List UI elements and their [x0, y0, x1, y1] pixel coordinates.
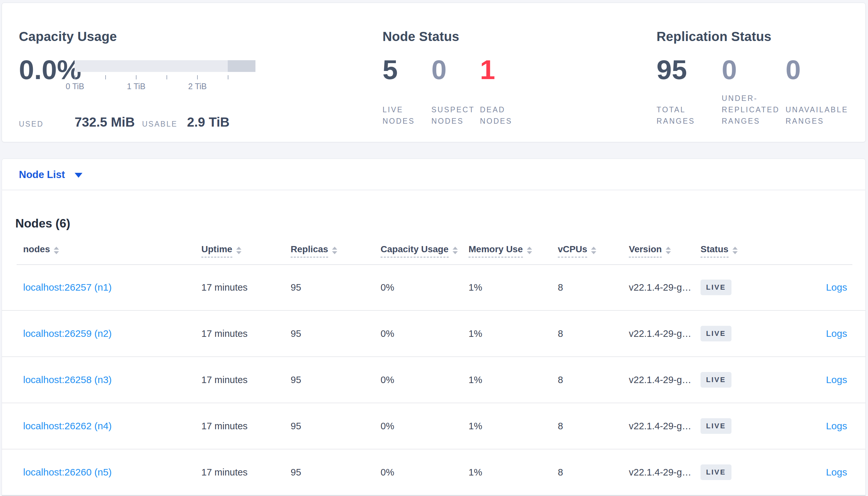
logs-link[interactable]: Logs — [826, 282, 847, 293]
gauge-tick-label: 2 TiB — [188, 82, 207, 91]
replicas-cell: 95 — [290, 375, 301, 385]
table-row: localhost:26260 (n5) 17 minutes 95 0% 1%… — [2, 449, 865, 496]
table-row: localhost:26258 (n3) 17 minutes 95 0% 1%… — [2, 357, 865, 403]
uptime-cell: 17 minutes — [201, 375, 248, 385]
sort-icon — [527, 247, 532, 254]
status-cell: LIVE — [701, 372, 732, 388]
total-ranges-label: TOTAL RANGES — [657, 104, 695, 127]
capacity-cell: 0% — [380, 375, 394, 385]
vcpus-cell: 8 — [558, 328, 563, 339]
column-header-capacity-usage[interactable]: Capacity Usage — [380, 244, 458, 258]
usable-value: 2.9 TiB — [187, 115, 229, 129]
column-header-replicas[interactable]: Replicas — [290, 244, 337, 258]
version-cell: v22.1.4-29-g… — [629, 421, 691, 432]
total-ranges-count: 95 — [657, 56, 687, 84]
status-badge: LIVE — [701, 372, 732, 388]
suspect-nodes-count: 0 — [431, 56, 447, 84]
version-cell: v22.1.4-29-g… — [629, 328, 691, 339]
memory-cell: 1% — [468, 421, 482, 432]
column-header-nodes[interactable]: nodes — [23, 244, 59, 257]
sort-icon — [591, 247, 596, 254]
status-cell: LIVE — [701, 464, 732, 480]
replication-status-title: Replication Status — [657, 29, 772, 44]
capacity-usage-title: Capacity Usage — [19, 29, 117, 44]
memory-cell: 1% — [468, 467, 482, 478]
version-cell: v22.1.4-29-g… — [629, 375, 691, 385]
gauge-tick-label: 1 TiB — [127, 82, 146, 91]
node-address-link[interactable]: localhost:26262 (n4) — [23, 420, 112, 432]
unavailable-ranges-count: 0 — [785, 56, 801, 84]
nodes-heading: Nodes (6) — [15, 217, 70, 230]
status-cell: LIVE — [701, 418, 732, 434]
gauge-tick — [136, 75, 136, 79]
column-header-version[interactable]: Version — [629, 244, 671, 258]
column-header-vcpus[interactable]: vCPUs — [558, 244, 596, 258]
uptime-cell: 17 minutes — [201, 328, 248, 339]
status-badge: LIVE — [701, 326, 732, 341]
capacity-percent-value: 0.0% — [19, 56, 81, 84]
capacity-used-usable-row: USED 732.5 MiB USABLE 2.9 TiB — [19, 115, 229, 129]
sort-icon — [732, 247, 738, 254]
replicas-cell: 95 — [290, 282, 301, 293]
memory-cell: 1% — [468, 375, 482, 385]
nodes-panel: Nodes (6) nodes Uptime Replicas Capacity… — [2, 190, 866, 496]
used-label: USED — [19, 120, 75, 128]
logs-link[interactable]: Logs — [826, 328, 847, 339]
under-replicated-ranges-count: 0 — [722, 56, 737, 84]
node-address-link[interactable]: localhost:26258 (n3) — [23, 374, 112, 385]
table-row: localhost:26262 (n4) 17 minutes 95 0% 1%… — [2, 403, 865, 449]
capacity-gauge-used-segment — [228, 60, 255, 72]
status-cell: LIVE — [701, 280, 732, 295]
sort-icon — [236, 247, 241, 254]
logs-link[interactable]: Logs — [826, 374, 847, 385]
gauge-tick — [75, 75, 75, 79]
under-replicated-ranges-label: UNDER- REPLICATED RANGES — [722, 93, 780, 127]
view-selector-bar: Node List — [2, 158, 866, 190]
status-badge: LIVE — [701, 418, 732, 434]
usable-label: USABLE — [142, 120, 187, 128]
dead-nodes-label: DEAD NODES — [480, 104, 512, 127]
memory-cell: 1% — [468, 328, 482, 339]
replicas-cell: 95 — [290, 328, 301, 339]
uptime-cell: 17 minutes — [201, 467, 248, 478]
node-status-title: Node Status — [383, 29, 460, 44]
live-nodes-label: LIVE NODES — [383, 104, 415, 127]
gauge-tick — [228, 75, 228, 79]
vcpus-cell: 8 — [558, 282, 563, 293]
node-address-link[interactable]: localhost:26260 (n5) — [23, 467, 112, 478]
sort-icon — [666, 247, 671, 254]
memory-cell: 1% — [468, 282, 482, 293]
node-address-link[interactable]: localhost:26257 (n1) — [23, 282, 112, 293]
column-header-uptime[interactable]: Uptime — [201, 244, 241, 258]
gauge-tick — [166, 75, 167, 79]
status-cell: LIVE — [701, 326, 732, 341]
capacity-gauge-bar — [75, 60, 255, 72]
logs-link[interactable]: Logs — [826, 467, 847, 478]
nodes-table-body: localhost:26257 (n1) 17 minutes 95 0% 1%… — [2, 265, 865, 496]
unavailable-ranges-label: UNAVAILABLE RANGES — [785, 104, 848, 127]
capacity-cell: 0% — [380, 421, 394, 432]
column-header-status[interactable]: Status — [701, 244, 738, 258]
live-nodes-count: 5 — [383, 56, 398, 84]
capacity-cell: 0% — [380, 282, 394, 293]
node-address-link[interactable]: localhost:26259 (n2) — [23, 328, 112, 339]
vcpus-cell: 8 — [558, 421, 563, 432]
column-header-memory-use[interactable]: Memory Use — [468, 244, 532, 258]
gauge-tick-label: 0 TiB — [66, 82, 85, 91]
suspect-nodes-label: SUSPECT NODES — [431, 104, 475, 127]
version-cell: v22.1.4-29-g… — [629, 282, 691, 293]
view-dropdown-label: Node List — [19, 169, 65, 181]
version-cell: v22.1.4-29-g… — [629, 467, 691, 478]
vcpus-cell: 8 — [558, 467, 563, 478]
replicas-cell: 95 — [290, 421, 301, 432]
table-row: localhost:26257 (n1) 17 minutes 95 0% 1%… — [2, 265, 865, 311]
sort-icon — [332, 247, 337, 254]
replicas-cell: 95 — [290, 467, 301, 478]
status-badge: LIVE — [701, 464, 732, 480]
table-row: localhost:26259 (n2) 17 minutes 95 0% 1%… — [2, 311, 865, 357]
chevron-down-icon — [75, 173, 83, 178]
sort-icon — [452, 247, 458, 254]
cluster-summary-card: Capacity Usage 0.0% 0 TiB 1 TiB 2 TiB US… — [2, 3, 866, 142]
view-dropdown[interactable]: Node List — [19, 159, 83, 190]
logs-link[interactable]: Logs — [826, 420, 847, 432]
